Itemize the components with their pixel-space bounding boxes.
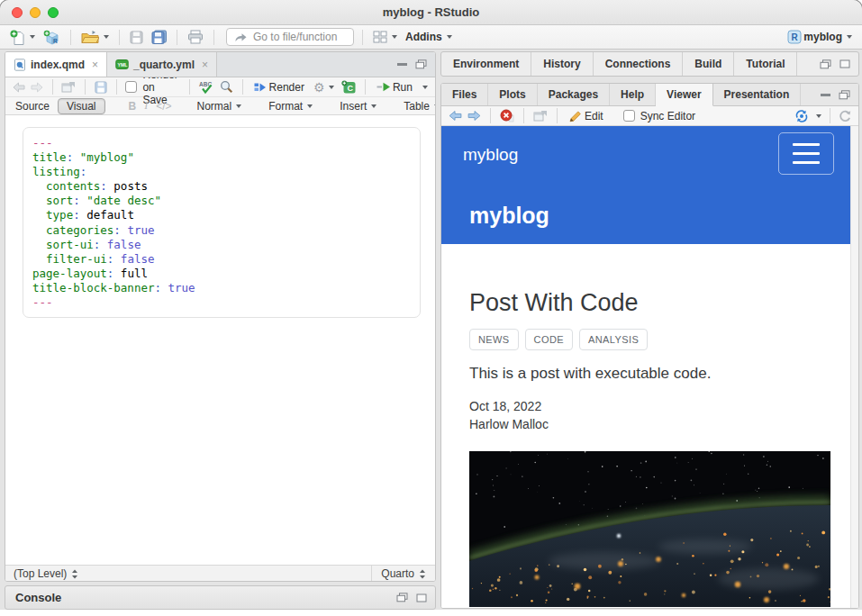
blog-banner-title: myblog: [469, 203, 549, 229]
yaml-front-matter-block[interactable]: ---title: "myblog"listing: contents: pos…: [23, 127, 421, 318]
print-button[interactable]: [186, 29, 205, 45]
search-icon[interactable]: [220, 80, 233, 94]
save-all-button[interactable]: [150, 29, 168, 45]
category-tag[interactable]: NEWS: [469, 329, 519, 350]
open-new-window-icon[interactable]: [533, 110, 548, 122]
forward-icon[interactable]: [467, 110, 481, 122]
hamburger-menu-button[interactable]: [778, 132, 834, 175]
paragraph-style-dropdown[interactable]: Normal: [195, 99, 244, 113]
blog-preview: myblog myblog Post With Code NEWSCODEANA…: [441, 126, 850, 609]
chevron-down-icon[interactable]: [816, 114, 821, 118]
restore-pane-icon[interactable]: [820, 59, 831, 69]
code-line: ---: [32, 136, 420, 150]
tab-help[interactable]: Help: [610, 84, 656, 105]
tab-history[interactable]: History: [531, 52, 593, 76]
code-line: title-block-banner: true: [32, 281, 420, 295]
code-button[interactable]: </>: [156, 100, 171, 113]
format-menu[interactable]: Format: [267, 99, 314, 113]
chevron-down-icon: [847, 35, 852, 39]
paragraph-style-label: Normal: [197, 100, 232, 113]
editor-tabbar: index.qmd×YML_quarto.yml×: [5, 52, 435, 77]
titlebar: myblog - RStudio: [0, 0, 862, 25]
minimize-pane-icon[interactable]: [397, 63, 407, 66]
close-icon[interactable]: ×: [92, 59, 98, 71]
chevron-down-icon: [434, 104, 436, 108]
back-icon[interactable]: [13, 82, 25, 93]
updown-icon: [71, 569, 78, 579]
scope-dropdown[interactable]: (Top Level): [14, 567, 78, 580]
open-file-button[interactable]: [79, 29, 111, 45]
new-file-button[interactable]: [8, 29, 37, 46]
chevron-down-icon[interactable]: [422, 86, 428, 89]
render-on-save-checkbox[interactable]: [125, 81, 137, 93]
forward-icon[interactable]: [31, 82, 43, 93]
code-line: type: default: [32, 208, 420, 222]
chevron-down-icon: [30, 35, 35, 39]
editor-status-bar: (Top Level) Quarto: [5, 565, 435, 582]
addins-button[interactable]: Addins: [404, 30, 454, 44]
viewer-toolbar: Edit Sync Editor: [441, 106, 858, 126]
sync-editor-checkbox[interactable]: [623, 110, 635, 122]
sync-icon[interactable]: [794, 110, 809, 122]
insert-menu-label: Insert: [340, 100, 367, 113]
tab-packages[interactable]: Packages: [538, 84, 610, 105]
code-line: page-layout: full: [32, 267, 420, 281]
editor-tab-_quarto.yml[interactable]: YML_quarto.yml×: [107, 52, 217, 77]
run-button[interactable]: Run: [375, 80, 414, 95]
goto-file-input[interactable]: Go to file/function: [226, 28, 354, 46]
sync-editor-label: Sync Editor: [640, 110, 695, 122]
tab-files[interactable]: Files: [441, 84, 488, 105]
console-pane: Console: [5, 585, 436, 610]
post-date: Oct 18, 2022: [469, 399, 850, 413]
window-title: myblog - RStudio: [0, 0, 862, 25]
tab-tutorial[interactable]: Tutorial: [734, 52, 797, 76]
toolbar-separator: [362, 30, 363, 45]
close-icon[interactable]: ×: [202, 59, 208, 71]
open-new-window-icon[interactable]: [61, 81, 76, 93]
table-menu[interactable]: Table: [402, 99, 436, 113]
project-menu-button[interactable]: R myblog: [785, 29, 854, 45]
back-icon[interactable]: [449, 110, 462, 122]
restore-pane-icon[interactable]: [396, 593, 408, 602]
blog-nav-title[interactable]: myblog: [463, 145, 518, 165]
refresh-icon[interactable]: [839, 110, 851, 122]
italic-button[interactable]: I: [144, 99, 148, 113]
edit-button[interactable]: Edit: [567, 109, 605, 123]
bold-button[interactable]: B: [129, 100, 137, 113]
editor-content[interactable]: ---title: "myblog"listing: contents: pos…: [5, 115, 435, 565]
maximize-pane-icon[interactable]: [839, 90, 850, 100]
render-button[interactable]: Render: [252, 80, 306, 95]
category-tag[interactable]: ANALYSIS: [579, 329, 648, 350]
spellcheck-icon[interactable]: ABC: [198, 80, 214, 95]
save-icon[interactable]: [95, 81, 107, 94]
category-tag[interactable]: CODE: [525, 329, 573, 350]
source-mode-button[interactable]: Source: [15, 100, 50, 113]
tab-label: index.qmd: [31, 59, 85, 71]
editor-tab-index.qmd[interactable]: index.qmd×: [5, 52, 107, 77]
new-project-button[interactable]: R: [41, 29, 62, 46]
format-menu-label: Format: [268, 100, 303, 113]
tab-connections[interactable]: Connections: [594, 52, 684, 76]
visual-mode-button[interactable]: Visual: [58, 98, 104, 114]
stop-icon[interactable]: [500, 109, 514, 122]
pane-layout-button[interactable]: [371, 30, 399, 44]
tab-build[interactable]: Build: [683, 52, 734, 76]
maximize-pane-icon[interactable]: [839, 59, 850, 68]
insert-chunk-icon[interactable]: C: [341, 80, 356, 94]
scrollbar[interactable]: [850, 126, 858, 609]
post-tags: NEWSCODEANALYSIS: [469, 329, 850, 350]
maximize-pane-icon[interactable]: [415, 59, 427, 69]
insert-menu[interactable]: Insert: [338, 99, 378, 113]
tab-presentation[interactable]: Presentation: [713, 84, 802, 105]
chevron-down-icon: [371, 104, 377, 108]
filetype-dropdown[interactable]: Quarto: [371, 566, 435, 582]
minimize-pane-icon[interactable]: [821, 94, 830, 96]
tab-environment[interactable]: Environment: [441, 52, 531, 76]
grid-icon: [373, 31, 387, 43]
save-button[interactable]: [128, 30, 145, 45]
tab-plots[interactable]: Plots: [488, 84, 537, 105]
tab-viewer[interactable]: Viewer: [656, 84, 712, 106]
maximize-pane-icon[interactable]: [416, 593, 427, 602]
render-options-button[interactable]: ⚙: [312, 80, 337, 95]
viewer-content: myblog myblog Post With Code NEWSCODEANA…: [441, 126, 858, 609]
